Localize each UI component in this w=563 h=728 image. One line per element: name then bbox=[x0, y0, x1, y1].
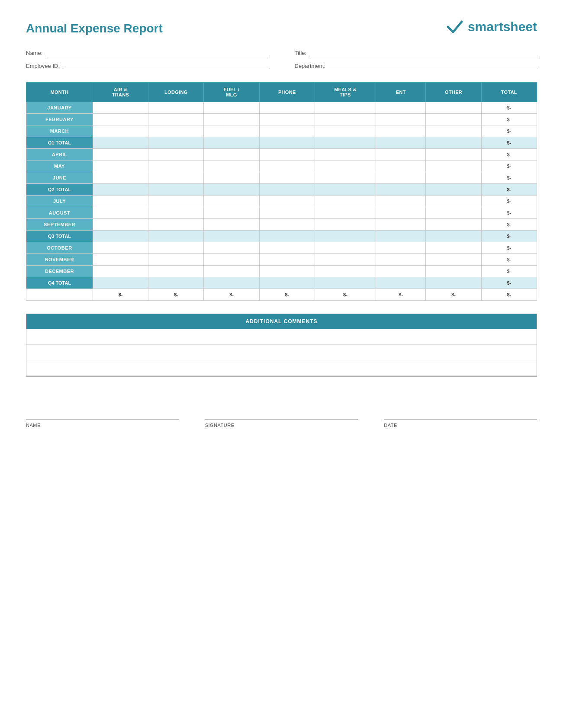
input-fuel_mlg[interactable] bbox=[206, 257, 256, 262]
input-meals_tips[interactable] bbox=[318, 152, 373, 157]
cell-other[interactable] bbox=[426, 114, 481, 125]
input-air_trans[interactable] bbox=[96, 199, 145, 204]
cell-ent[interactable] bbox=[376, 102, 425, 114]
cell-air_trans[interactable] bbox=[93, 102, 148, 114]
cell-lodging[interactable] bbox=[148, 172, 204, 184]
input-ent[interactable] bbox=[379, 164, 423, 169]
cell-air_trans[interactable] bbox=[93, 254, 148, 266]
cell-other[interactable] bbox=[426, 184, 481, 196]
cell-phone[interactable] bbox=[259, 125, 315, 137]
cell-phone[interactable] bbox=[259, 219, 315, 231]
cell-meals_tips[interactable] bbox=[315, 114, 376, 125]
cell-air_trans[interactable] bbox=[93, 231, 148, 242]
input-ent[interactable] bbox=[379, 269, 423, 274]
cell-meals_tips[interactable] bbox=[315, 277, 376, 289]
cell-air_trans[interactable] bbox=[93, 160, 148, 172]
cell-air_trans[interactable] bbox=[93, 207, 148, 219]
cell-other[interactable] bbox=[426, 231, 481, 242]
cell-phone[interactable] bbox=[259, 102, 315, 114]
cell-air_trans[interactable] bbox=[93, 114, 148, 125]
cell-meals_tips[interactable] bbox=[315, 137, 376, 149]
input-air_trans[interactable] bbox=[96, 210, 145, 215]
input-lodging[interactable] bbox=[151, 187, 201, 192]
input-meals_tips[interactable] bbox=[318, 164, 373, 169]
cell-other[interactable] bbox=[426, 102, 481, 114]
input-other[interactable] bbox=[428, 257, 478, 262]
input-ent[interactable] bbox=[379, 199, 423, 204]
cell-other[interactable] bbox=[426, 207, 481, 219]
cell-ent[interactable] bbox=[376, 137, 425, 149]
department-input[interactable] bbox=[329, 62, 537, 69]
cell-air_trans[interactable] bbox=[93, 149, 148, 160]
cell-phone[interactable] bbox=[259, 184, 315, 196]
cell-fuel_mlg[interactable] bbox=[204, 207, 259, 219]
cell-other[interactable] bbox=[426, 172, 481, 184]
cell-meals_tips[interactable] bbox=[315, 149, 376, 160]
input-lodging[interactable] bbox=[151, 152, 201, 157]
cell-other[interactable] bbox=[426, 266, 481, 277]
cell-lodging[interactable] bbox=[148, 266, 204, 277]
input-other[interactable] bbox=[428, 152, 478, 157]
input-other[interactable] bbox=[428, 234, 478, 239]
cell-ent[interactable] bbox=[376, 266, 425, 277]
input-ent[interactable] bbox=[379, 152, 423, 157]
cell-meals_tips[interactable] bbox=[315, 266, 376, 277]
input-meals_tips[interactable] bbox=[318, 234, 373, 239]
input-meals_tips[interactable] bbox=[318, 222, 373, 227]
cell-other[interactable] bbox=[426, 277, 481, 289]
cell-air_trans[interactable] bbox=[93, 266, 148, 277]
cell-phone[interactable] bbox=[259, 172, 315, 184]
input-air_trans[interactable] bbox=[96, 152, 145, 157]
input-other[interactable] bbox=[428, 199, 478, 204]
input-lodging[interactable] bbox=[151, 140, 201, 145]
cell-lodging[interactable] bbox=[148, 254, 204, 266]
cell-meals_tips[interactable] bbox=[315, 172, 376, 184]
cell-air_trans[interactable] bbox=[93, 137, 148, 149]
cell-phone[interactable] bbox=[259, 231, 315, 242]
cell-lodging[interactable] bbox=[148, 207, 204, 219]
cell-meals_tips[interactable] bbox=[315, 207, 376, 219]
input-ent[interactable] bbox=[379, 175, 423, 180]
input-lodging[interactable] bbox=[151, 117, 201, 122]
input-meals_tips[interactable] bbox=[318, 199, 373, 204]
cell-fuel_mlg[interactable] bbox=[204, 114, 259, 125]
cell-meals_tips[interactable] bbox=[315, 184, 376, 196]
cell-other[interactable] bbox=[426, 160, 481, 172]
cell-ent[interactable] bbox=[376, 254, 425, 266]
input-lodging[interactable] bbox=[151, 128, 201, 134]
cell-ent[interactable] bbox=[376, 242, 425, 254]
input-meals_tips[interactable] bbox=[318, 187, 373, 192]
input-phone[interactable] bbox=[262, 128, 312, 134]
input-fuel_mlg[interactable] bbox=[206, 105, 256, 110]
input-lodging[interactable] bbox=[151, 257, 201, 262]
cell-phone[interactable] bbox=[259, 114, 315, 125]
input-lodging[interactable] bbox=[151, 280, 201, 285]
input-fuel_mlg[interactable] bbox=[206, 245, 256, 250]
input-lodging[interactable] bbox=[151, 245, 201, 250]
input-phone[interactable] bbox=[262, 210, 312, 215]
name-input[interactable] bbox=[46, 49, 268, 56]
input-other[interactable] bbox=[428, 105, 478, 110]
cell-ent[interactable] bbox=[376, 172, 425, 184]
cell-other[interactable] bbox=[426, 196, 481, 207]
cell-fuel_mlg[interactable] bbox=[204, 184, 259, 196]
input-ent[interactable] bbox=[379, 245, 423, 250]
input-meals_tips[interactable] bbox=[318, 140, 373, 145]
cell-fuel_mlg[interactable] bbox=[204, 160, 259, 172]
input-fuel_mlg[interactable] bbox=[206, 187, 256, 192]
input-fuel_mlg[interactable] bbox=[206, 152, 256, 157]
cell-phone[interactable] bbox=[259, 149, 315, 160]
input-phone[interactable] bbox=[262, 175, 312, 180]
cell-fuel_mlg[interactable] bbox=[204, 172, 259, 184]
cell-meals_tips[interactable] bbox=[315, 242, 376, 254]
input-air_trans[interactable] bbox=[96, 234, 145, 239]
input-other[interactable] bbox=[428, 128, 478, 134]
input-phone[interactable] bbox=[262, 280, 312, 285]
input-other[interactable] bbox=[428, 187, 478, 192]
cell-phone[interactable] bbox=[259, 242, 315, 254]
input-lodging[interactable] bbox=[151, 269, 201, 274]
cell-fuel_mlg[interactable] bbox=[204, 231, 259, 242]
cell-fuel_mlg[interactable] bbox=[204, 149, 259, 160]
input-phone[interactable] bbox=[262, 105, 312, 110]
input-air_trans[interactable] bbox=[96, 245, 145, 250]
